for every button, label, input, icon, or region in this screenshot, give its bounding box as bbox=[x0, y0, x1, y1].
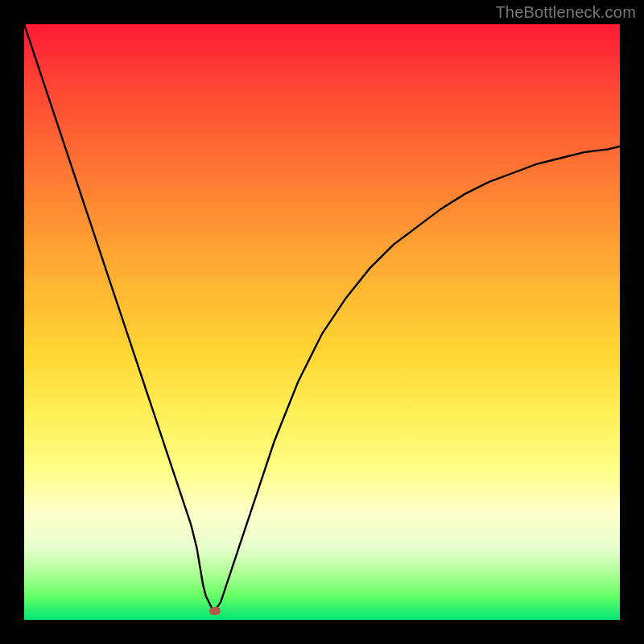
watermark-text: TheBottleneck.com bbox=[495, 3, 636, 22]
bottleneck-curve bbox=[24, 24, 620, 611]
plot-area bbox=[24, 24, 620, 620]
chart-stage: TheBottleneck.com bbox=[0, 0, 644, 644]
optimum-marker bbox=[209, 607, 221, 615]
curve-svg bbox=[24, 24, 620, 620]
